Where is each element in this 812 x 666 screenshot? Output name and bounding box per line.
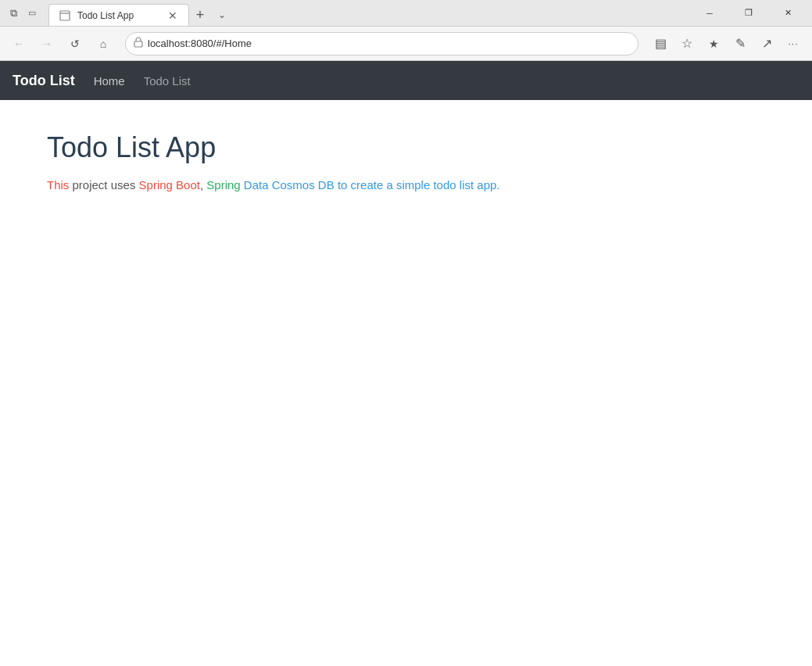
- security-icon: [134, 37, 143, 50]
- active-tab[interactable]: Todo List App ✕: [48, 4, 189, 26]
- home-button[interactable]: ⌂: [91, 31, 116, 56]
- browser-window: ⧉ ▭ Todo List App ✕ + ⌄ ─ ❐ ✕ ← → ↺ ⌂: [0, 0, 812, 666]
- favorites-button[interactable]: ☆: [674, 31, 699, 56]
- desc-data: Data: [241, 178, 272, 192]
- tab-bar: Todo List App ✕ + ⌄: [48, 0, 679, 26]
- address-bar: ← → ↺ ⌂ localhost:8080/#/Home ▤ ☆ ★ ✎ ↗ …: [0, 27, 812, 61]
- desc-project: project uses: [69, 178, 138, 192]
- page-heading: Todo List App: [47, 131, 765, 164]
- address-input-wrapper[interactable]: localhost:8080/#/Home: [125, 32, 639, 56]
- desc-db-rest: DB to create a simple todo list app.: [315, 178, 500, 192]
- notes-button[interactable]: ✎: [728, 31, 753, 56]
- restore-button[interactable]: ❐: [731, 0, 767, 27]
- forward-button[interactable]: →: [34, 31, 59, 56]
- tab-strip-icon[interactable]: ▭: [25, 6, 39, 20]
- navbar-brand[interactable]: Todo List: [13, 73, 75, 89]
- svg-rect-0: [60, 11, 70, 20]
- desc-cosmos: Cosmos: [272, 178, 315, 192]
- minimize-button[interactable]: ─: [692, 0, 728, 27]
- tab-switcher-icon[interactable]: ⧉: [6, 6, 20, 20]
- share-button[interactable]: ↗: [754, 31, 779, 56]
- reader-view-button[interactable]: ▤: [648, 31, 673, 56]
- desc-spring-boot: Spring Boot: [139, 178, 200, 192]
- title-bar: ⧉ ▭ Todo List App ✕ + ⌄ ─ ❐ ✕: [0, 0, 812, 27]
- navbar-link-home[interactable]: Home: [94, 74, 125, 88]
- refresh-button[interactable]: ↺: [63, 31, 88, 56]
- navbar-link-todo[interactable]: Todo List: [144, 74, 191, 88]
- url-display: localhost:8080/#/Home: [148, 38, 630, 49]
- app-navbar: Todo List Home Todo List: [0, 61, 812, 100]
- toolbar-right: ▤ ☆ ★ ✎ ↗ ···: [648, 31, 806, 56]
- close-button[interactable]: ✕: [770, 0, 806, 27]
- description-text: This project uses Spring Boot, Spring Da…: [47, 177, 765, 195]
- desc-this: This: [47, 178, 69, 192]
- new-tab-button[interactable]: +: [189, 4, 211, 26]
- favorites-bar-button[interactable]: ★: [701, 31, 726, 56]
- window-controls: ─ ❐ ✕: [692, 0, 806, 27]
- tab-favicon: [59, 9, 71, 22]
- tab-close-button[interactable]: ✕: [166, 9, 179, 22]
- svg-rect-2: [134, 41, 142, 47]
- tab-list-button[interactable]: ⌄: [211, 4, 233, 26]
- desc-spring: Spring: [206, 178, 240, 192]
- back-button[interactable]: ←: [6, 31, 31, 56]
- main-content: Todo List App This project uses Spring B…: [0, 100, 812, 666]
- title-bar-left: ⧉ ▭: [6, 6, 42, 20]
- more-button[interactable]: ···: [781, 31, 806, 56]
- tab-title: Todo List App: [77, 10, 134, 21]
